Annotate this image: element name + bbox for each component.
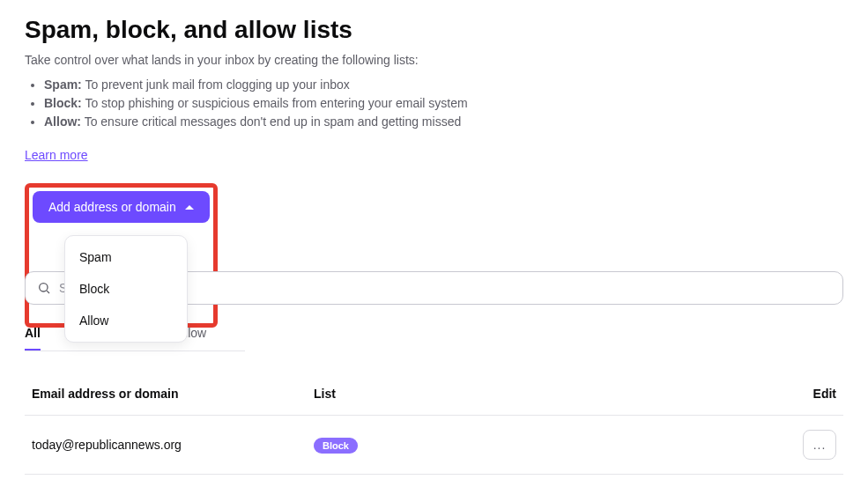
definitions-list: Spam: To prevent junk mail from clogging… bbox=[25, 76, 843, 131]
th-list: List bbox=[314, 387, 766, 401]
td-email: today@republicannews.org bbox=[32, 438, 314, 452]
td-edit: ... bbox=[766, 430, 836, 460]
page-subtitle: Take control over what lands in your inb… bbox=[25, 53, 843, 67]
highlight-annotation: Add address or domain Spam Block Allow bbox=[25, 183, 218, 328]
definition-allow: Allow: To ensure critical messages don't… bbox=[44, 113, 843, 131]
table-row: support@sp.jdeideh.com Block ... bbox=[25, 475, 843, 487]
svg-point-0 bbox=[40, 284, 48, 291]
definition-desc: To stop phishing or suspicious emails fr… bbox=[82, 96, 468, 110]
dropdown-item-allow[interactable]: Allow bbox=[65, 305, 187, 336]
definition-block: Block: To stop phishing or suspicious em… bbox=[44, 94, 843, 113]
add-dropdown: Spam Block Allow bbox=[64, 235, 188, 343]
search-icon bbox=[37, 281, 51, 295]
edit-button[interactable]: ... bbox=[803, 430, 836, 460]
definition-term: Block: bbox=[44, 96, 82, 110]
svg-line-1 bbox=[47, 291, 49, 293]
definition-term: Spam: bbox=[44, 77, 82, 92]
th-email: Email address or domain bbox=[32, 387, 314, 401]
definition-desc: To ensure critical messages don't end up… bbox=[81, 114, 461, 129]
add-address-button[interactable]: Add address or domain bbox=[33, 191, 210, 223]
table-header: Email address or domain List Edit bbox=[25, 373, 843, 416]
table-row: today@republicannews.org Block ... bbox=[25, 416, 843, 475]
th-edit: Edit bbox=[766, 387, 836, 401]
definition-term: Allow: bbox=[44, 114, 81, 129]
page-title: Spam, block, and allow lists bbox=[25, 16, 843, 44]
list-badge: Block bbox=[314, 438, 358, 454]
dropdown-item-spam[interactable]: Spam bbox=[65, 241, 187, 273]
definition-desc: To prevent junk mail from clogging up yo… bbox=[82, 77, 350, 92]
td-list: Block bbox=[314, 437, 766, 454]
learn-more-link[interactable]: Learn more bbox=[25, 148, 88, 162]
table: Email address or domain List Edit today@… bbox=[25, 373, 843, 487]
caret-up-icon bbox=[185, 205, 194, 210]
dropdown-item-block[interactable]: Block bbox=[65, 273, 187, 305]
add-button-label: Add address or domain bbox=[48, 200, 176, 214]
definition-spam: Spam: To prevent junk mail from clogging… bbox=[44, 76, 843, 94]
